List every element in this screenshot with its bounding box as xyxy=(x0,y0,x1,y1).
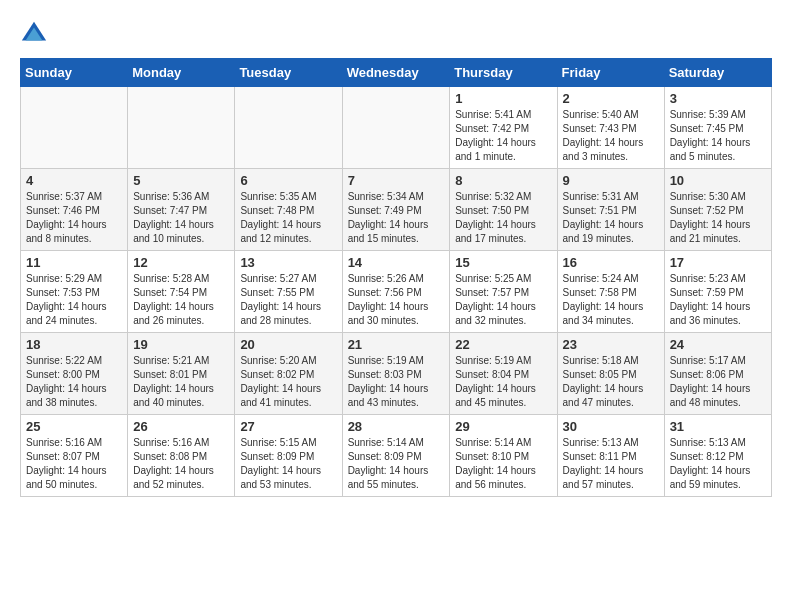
calendar-cell: 3Sunrise: 5:39 AM Sunset: 7:45 PM Daylig… xyxy=(664,87,771,169)
calendar-cell xyxy=(235,87,342,169)
day-number: 10 xyxy=(670,173,766,188)
day-info: Sunrise: 5:30 AM Sunset: 7:52 PM Dayligh… xyxy=(670,190,766,246)
day-info: Sunrise: 5:25 AM Sunset: 7:57 PM Dayligh… xyxy=(455,272,551,328)
calendar-header-row: SundayMondayTuesdayWednesdayThursdayFrid… xyxy=(21,59,772,87)
day-number: 18 xyxy=(26,337,122,352)
day-number: 5 xyxy=(133,173,229,188)
day-info: Sunrise: 5:36 AM Sunset: 7:47 PM Dayligh… xyxy=(133,190,229,246)
calendar-cell: 1Sunrise: 5:41 AM Sunset: 7:42 PM Daylig… xyxy=(450,87,557,169)
weekday-header: Sunday xyxy=(21,59,128,87)
day-number: 11 xyxy=(26,255,122,270)
day-info: Sunrise: 5:16 AM Sunset: 8:08 PM Dayligh… xyxy=(133,436,229,492)
day-info: Sunrise: 5:41 AM Sunset: 7:42 PM Dayligh… xyxy=(455,108,551,164)
calendar-cell: 22Sunrise: 5:19 AM Sunset: 8:04 PM Dayli… xyxy=(450,333,557,415)
day-info: Sunrise: 5:13 AM Sunset: 8:12 PM Dayligh… xyxy=(670,436,766,492)
day-info: Sunrise: 5:17 AM Sunset: 8:06 PM Dayligh… xyxy=(670,354,766,410)
calendar-cell: 8Sunrise: 5:32 AM Sunset: 7:50 PM Daylig… xyxy=(450,169,557,251)
calendar-cell: 13Sunrise: 5:27 AM Sunset: 7:55 PM Dayli… xyxy=(235,251,342,333)
day-info: Sunrise: 5:22 AM Sunset: 8:00 PM Dayligh… xyxy=(26,354,122,410)
day-info: Sunrise: 5:23 AM Sunset: 7:59 PM Dayligh… xyxy=(670,272,766,328)
day-number: 13 xyxy=(240,255,336,270)
weekday-header: Thursday xyxy=(450,59,557,87)
logo-icon xyxy=(20,20,48,48)
weekday-header: Monday xyxy=(128,59,235,87)
calendar-cell: 4Sunrise: 5:37 AM Sunset: 7:46 PM Daylig… xyxy=(21,169,128,251)
calendar-cell: 28Sunrise: 5:14 AM Sunset: 8:09 PM Dayli… xyxy=(342,415,450,497)
calendar-cell: 6Sunrise: 5:35 AM Sunset: 7:48 PM Daylig… xyxy=(235,169,342,251)
page-header xyxy=(20,20,772,48)
calendar-cell: 17Sunrise: 5:23 AM Sunset: 7:59 PM Dayli… xyxy=(664,251,771,333)
calendar-week-row: 11Sunrise: 5:29 AM Sunset: 7:53 PM Dayli… xyxy=(21,251,772,333)
calendar-cell: 26Sunrise: 5:16 AM Sunset: 8:08 PM Dayli… xyxy=(128,415,235,497)
calendar-cell xyxy=(128,87,235,169)
calendar-cell: 15Sunrise: 5:25 AM Sunset: 7:57 PM Dayli… xyxy=(450,251,557,333)
day-info: Sunrise: 5:35 AM Sunset: 7:48 PM Dayligh… xyxy=(240,190,336,246)
calendar-cell: 16Sunrise: 5:24 AM Sunset: 7:58 PM Dayli… xyxy=(557,251,664,333)
calendar-cell: 11Sunrise: 5:29 AM Sunset: 7:53 PM Dayli… xyxy=(21,251,128,333)
calendar-cell: 10Sunrise: 5:30 AM Sunset: 7:52 PM Dayli… xyxy=(664,169,771,251)
calendar-cell: 5Sunrise: 5:36 AM Sunset: 7:47 PM Daylig… xyxy=(128,169,235,251)
calendar-cell: 19Sunrise: 5:21 AM Sunset: 8:01 PM Dayli… xyxy=(128,333,235,415)
day-number: 7 xyxy=(348,173,445,188)
weekday-header: Saturday xyxy=(664,59,771,87)
day-number: 22 xyxy=(455,337,551,352)
day-number: 31 xyxy=(670,419,766,434)
day-info: Sunrise: 5:24 AM Sunset: 7:58 PM Dayligh… xyxy=(563,272,659,328)
calendar-cell: 23Sunrise: 5:18 AM Sunset: 8:05 PM Dayli… xyxy=(557,333,664,415)
day-info: Sunrise: 5:26 AM Sunset: 7:56 PM Dayligh… xyxy=(348,272,445,328)
calendar-cell: 29Sunrise: 5:14 AM Sunset: 8:10 PM Dayli… xyxy=(450,415,557,497)
calendar-cell: 30Sunrise: 5:13 AM Sunset: 8:11 PM Dayli… xyxy=(557,415,664,497)
day-info: Sunrise: 5:13 AM Sunset: 8:11 PM Dayligh… xyxy=(563,436,659,492)
calendar-cell: 12Sunrise: 5:28 AM Sunset: 7:54 PM Dayli… xyxy=(128,251,235,333)
day-info: Sunrise: 5:31 AM Sunset: 7:51 PM Dayligh… xyxy=(563,190,659,246)
day-info: Sunrise: 5:19 AM Sunset: 8:03 PM Dayligh… xyxy=(348,354,445,410)
day-info: Sunrise: 5:32 AM Sunset: 7:50 PM Dayligh… xyxy=(455,190,551,246)
day-number: 9 xyxy=(563,173,659,188)
day-number: 28 xyxy=(348,419,445,434)
day-info: Sunrise: 5:16 AM Sunset: 8:07 PM Dayligh… xyxy=(26,436,122,492)
calendar-cell: 31Sunrise: 5:13 AM Sunset: 8:12 PM Dayli… xyxy=(664,415,771,497)
calendar-cell xyxy=(342,87,450,169)
day-info: Sunrise: 5:21 AM Sunset: 8:01 PM Dayligh… xyxy=(133,354,229,410)
calendar-cell: 18Sunrise: 5:22 AM Sunset: 8:00 PM Dayli… xyxy=(21,333,128,415)
day-number: 6 xyxy=(240,173,336,188)
day-info: Sunrise: 5:34 AM Sunset: 7:49 PM Dayligh… xyxy=(348,190,445,246)
day-info: Sunrise: 5:19 AM Sunset: 8:04 PM Dayligh… xyxy=(455,354,551,410)
calendar-week-row: 25Sunrise: 5:16 AM Sunset: 8:07 PM Dayli… xyxy=(21,415,772,497)
day-number: 2 xyxy=(563,91,659,106)
calendar-cell: 21Sunrise: 5:19 AM Sunset: 8:03 PM Dayli… xyxy=(342,333,450,415)
calendar-cell: 7Sunrise: 5:34 AM Sunset: 7:49 PM Daylig… xyxy=(342,169,450,251)
calendar-cell: 20Sunrise: 5:20 AM Sunset: 8:02 PM Dayli… xyxy=(235,333,342,415)
day-number: 27 xyxy=(240,419,336,434)
day-info: Sunrise: 5:20 AM Sunset: 8:02 PM Dayligh… xyxy=(240,354,336,410)
day-number: 1 xyxy=(455,91,551,106)
calendar-cell: 2Sunrise: 5:40 AM Sunset: 7:43 PM Daylig… xyxy=(557,87,664,169)
day-info: Sunrise: 5:37 AM Sunset: 7:46 PM Dayligh… xyxy=(26,190,122,246)
day-number: 20 xyxy=(240,337,336,352)
day-info: Sunrise: 5:15 AM Sunset: 8:09 PM Dayligh… xyxy=(240,436,336,492)
calendar-cell xyxy=(21,87,128,169)
day-info: Sunrise: 5:28 AM Sunset: 7:54 PM Dayligh… xyxy=(133,272,229,328)
day-number: 16 xyxy=(563,255,659,270)
day-number: 19 xyxy=(133,337,229,352)
day-number: 25 xyxy=(26,419,122,434)
day-number: 15 xyxy=(455,255,551,270)
day-number: 26 xyxy=(133,419,229,434)
day-number: 3 xyxy=(670,91,766,106)
calendar-cell: 14Sunrise: 5:26 AM Sunset: 7:56 PM Dayli… xyxy=(342,251,450,333)
day-number: 12 xyxy=(133,255,229,270)
weekday-header: Wednesday xyxy=(342,59,450,87)
weekday-header: Friday xyxy=(557,59,664,87)
weekday-header: Tuesday xyxy=(235,59,342,87)
day-info: Sunrise: 5:14 AM Sunset: 8:10 PM Dayligh… xyxy=(455,436,551,492)
day-number: 17 xyxy=(670,255,766,270)
day-number: 24 xyxy=(670,337,766,352)
calendar-week-row: 18Sunrise: 5:22 AM Sunset: 8:00 PM Dayli… xyxy=(21,333,772,415)
day-number: 29 xyxy=(455,419,551,434)
calendar-table: SundayMondayTuesdayWednesdayThursdayFrid… xyxy=(20,58,772,497)
day-info: Sunrise: 5:18 AM Sunset: 8:05 PM Dayligh… xyxy=(563,354,659,410)
day-number: 4 xyxy=(26,173,122,188)
calendar-cell: 27Sunrise: 5:15 AM Sunset: 8:09 PM Dayli… xyxy=(235,415,342,497)
logo xyxy=(20,20,52,48)
calendar-week-row: 4Sunrise: 5:37 AM Sunset: 7:46 PM Daylig… xyxy=(21,169,772,251)
